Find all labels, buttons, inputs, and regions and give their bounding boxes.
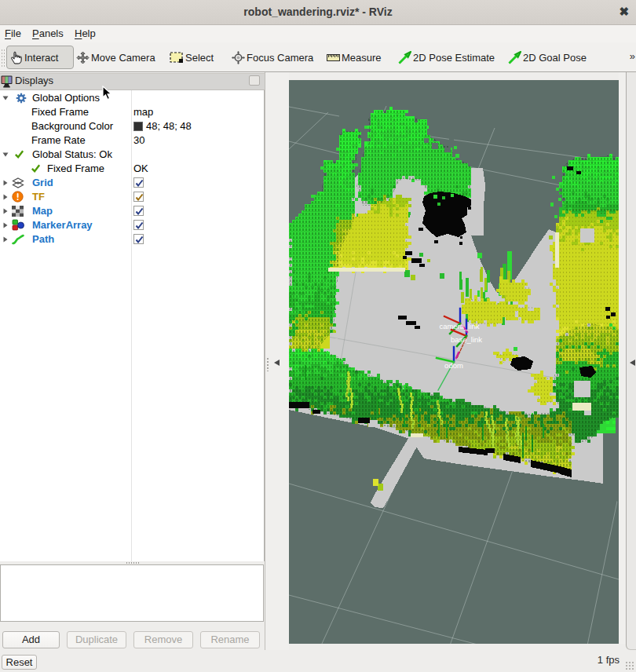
svg-text:base_link: base_link bbox=[451, 335, 482, 344]
svg-text:odom: odom bbox=[444, 361, 463, 370]
svg-text:camera_link: camera_link bbox=[439, 322, 479, 331]
